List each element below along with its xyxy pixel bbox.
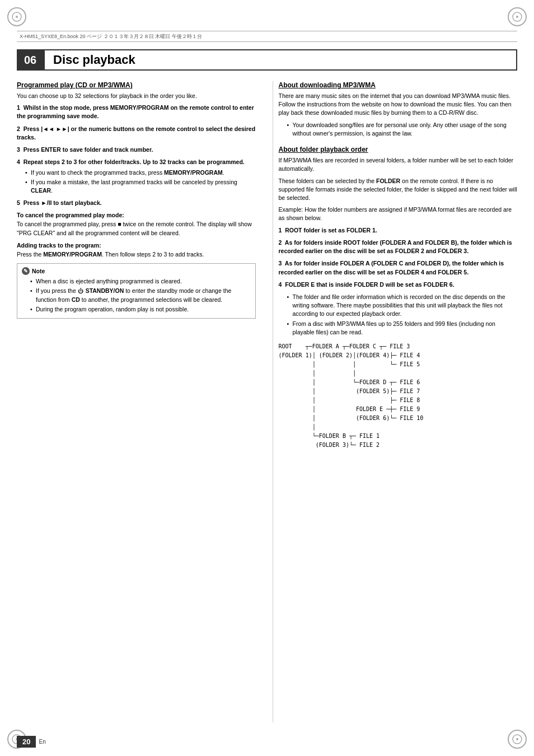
section-programmed-play-heading: Programmed play (CD or MP3/WMA) — [17, 81, 256, 89]
note-box: ✎ Note When a disc is ejected anything p… — [17, 263, 256, 319]
folder-step-3-number: 3 — [279, 260, 285, 267]
section-downloading-heading: About downloading MP3/WMA — [279, 81, 518, 89]
folder-step-2-number: 2 — [279, 239, 285, 246]
folder-step-3: 3 As for folder inside FOLDER A (FOLDER … — [279, 259, 518, 276]
folder-step-1-number: 1 — [279, 227, 285, 234]
folder-bullet-1: The folder and file order information wh… — [287, 293, 518, 319]
folder-step-4-number: 4 — [279, 281, 285, 288]
step-3-number: 3 — [17, 146, 24, 153]
folder-step-1: 1 ROOT folder is set as FOLDER 1. — [279, 226, 518, 235]
folder-step-2: 2 As for folders inside ROOT folder (FOL… — [279, 239, 518, 255]
step-4: 4 Repeat steps 2 to 3 for other folder/t… — [17, 158, 256, 195]
folder-order-text1: If MP3/WMA files are recorded in several… — [279, 156, 518, 173]
note-bullet-1: When a disc is ejected anything programm… — [30, 277, 251, 286]
programmed-play-intro: You can choose up to 32 selections for p… — [17, 92, 256, 100]
note-icon: ✎ — [22, 267, 30, 275]
step-2: 2 Press |◄◄ ►►| or the numeric buttons o… — [17, 125, 256, 142]
section-folder-order-heading: About folder playback order — [279, 146, 518, 153]
note-bullet-2: If you press the ⏻ STANDBY/ON to enter t… — [30, 287, 251, 304]
step-4-bullet-2: If you make a mistake, the last programm… — [25, 178, 256, 195]
folder-step-4-text: FOLDER E that is inside FOLDER D will be… — [285, 281, 454, 288]
downloading-text1: There are many music sites on the intern… — [279, 92, 518, 118]
folder-order-text3: Example: How the folder numbers are assi… — [279, 206, 518, 222]
folder-tree-diagram: ROOT ┬─FOLDER A ┬─FOLDER C ┬─ FILE 3 (FO… — [279, 342, 518, 450]
step-4-number: 4 — [17, 158, 24, 165]
folder-step-1-text: ROOT folder is set as FOLDER 1. — [285, 227, 377, 234]
header-bar: X-HM51_SYXE8_En.book 20 ページ ２０１３年３月２８日 木… — [17, 31, 517, 42]
file-info: X-HM51_SYXE8_En.book 20 ページ ２０１３年３月２８日 木… — [20, 33, 202, 40]
chapter-title: Disc playback — [44, 49, 517, 71]
step-4-bullets: If you want to check the programmed trac… — [25, 169, 256, 195]
step-2-text: Press |◄◄ ►►| or the numeric buttons on … — [17, 125, 255, 141]
step-3: 3 Press ENTER to save folder and track n… — [17, 146, 256, 154]
folder-bullets: The folder and file order information wh… — [287, 293, 518, 337]
cancel-text: To cancel the programmed play, press ■ t… — [17, 220, 256, 237]
cancel-heading: To cancel the programmed play mode: — [17, 212, 256, 218]
folder-step-2-text: As for folders inside ROOT folder (FOLDE… — [279, 239, 512, 254]
chapter-header: 06 Disc playback — [17, 49, 517, 71]
step-5: 5 Press ►/II to start playback. — [17, 199, 256, 207]
note-label: Note — [32, 268, 45, 274]
folder-step-4: 4 FOLDER E that is inside FOLDER D will … — [279, 281, 518, 289]
step-2-number: 2 — [17, 125, 24, 132]
step-1: 1 Whilst in the stop mode, press MEMORY/… — [17, 104, 256, 120]
note-title: ✎ Note — [22, 267, 251, 275]
step-5-number: 5 — [17, 199, 24, 206]
page-language: En — [39, 739, 45, 745]
adding-text: Press the MEMORY/PROGRAM. Then follow st… — [17, 250, 256, 259]
adding-heading: Adding tracks to the program: — [17, 242, 256, 249]
step-4-bullet-1: If you want to check the programmed trac… — [25, 169, 256, 177]
folder-bullet-2: From a disc with MP3/WMA files up to 255… — [287, 320, 518, 337]
left-column: Programmed play (CD or MP3/WMA) You can … — [17, 81, 261, 722]
downloading-bullet-1: Your downloaded song/files are for perso… — [287, 121, 518, 138]
step-3-text: Press ENTER to save folder and track num… — [24, 146, 153, 153]
step-4-text: Repeat steps 2 to 3 for other folder/tra… — [24, 158, 245, 165]
page-number: 20 — [17, 736, 36, 748]
svg-point-2 — [16, 16, 18, 18]
folder-step-3-text: As for folder inside FOLDER A (FOLDER C … — [279, 260, 504, 275]
folder-order-text2: These folders can be selected by the FOL… — [279, 177, 518, 203]
note-bullets: When a disc is ejected anything programm… — [30, 277, 251, 314]
main-content: Programmed play (CD or MP3/WMA) You can … — [17, 81, 517, 722]
corner-decoration-br — [506, 728, 528, 750]
note-bullet-3: During the program operation, random pla… — [30, 305, 251, 314]
corner-decoration-tr — [506, 6, 528, 28]
corner-decoration-tl — [6, 6, 28, 28]
step-1-number: 1 — [17, 104, 24, 111]
step-5-text: Press ►/II to start playback. — [24, 199, 102, 206]
svg-point-11 — [516, 738, 518, 740]
step-1-text: Whilst in the stop mode, press MEMORY/PR… — [17, 104, 254, 119]
right-column: About downloading MP3/WMA There are many… — [273, 81, 518, 722]
chapter-number: 06 — [17, 49, 44, 71]
downloading-bullets: Your downloaded song/files are for perso… — [287, 121, 518, 138]
page-footer: 20 En — [17, 736, 46, 748]
svg-point-5 — [516, 16, 518, 18]
